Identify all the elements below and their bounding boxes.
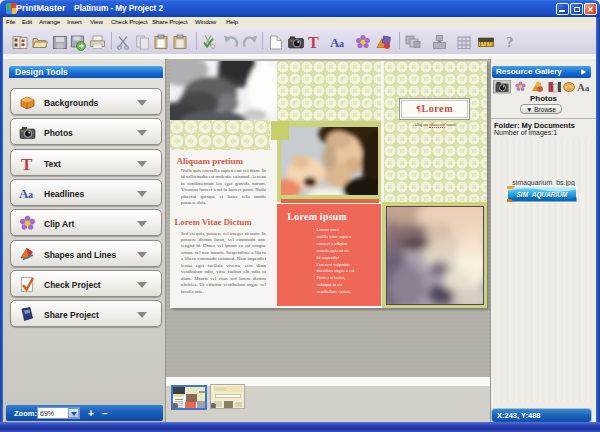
svg-text:a: a [339,38,344,49]
svg-text:T: T [21,155,33,172]
svg-text:T: T [308,34,319,51]
svg-text:A: A [577,81,585,93]
svg-text:a: a [585,83,590,93]
svg-text:?: ? [506,34,514,50]
svg-text:a: a [28,189,33,200]
